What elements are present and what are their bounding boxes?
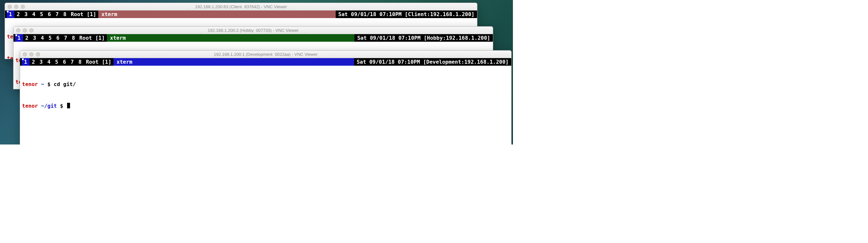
terminal-line: tenor ~ $ cd git/: [22, 81, 509, 88]
traffic-lights: [7, 5, 25, 9]
workspace-7[interactable]: 7: [62, 34, 70, 42]
window-count: [1]: [102, 58, 114, 66]
zoom-icon[interactable]: [21, 5, 25, 9]
workspace-5[interactable]: 5: [53, 58, 61, 66]
window-titlebar[interactable]: 192.168.1.200:2 (Hobby_007733) - VNC Vie…: [13, 27, 493, 34]
xterm-status-bar: 1 2 3 4 5 6 7 8 Root [1] xterm Sat 09/01…: [13, 34, 493, 42]
desktop-background: 192.168.1.200:63 (Client_837642) - VNC V…: [0, 0, 513, 144]
workspace-6[interactable]: 6: [45, 10, 53, 18]
workspace-2[interactable]: 2: [14, 10, 22, 18]
workspace-3[interactable]: 3: [22, 10, 30, 18]
workspace-root[interactable]: Root: [77, 34, 95, 42]
workspace-7[interactable]: 7: [53, 10, 61, 18]
clock-status: Sat 09/01/18 07:10PM [Development:192.16…: [354, 58, 511, 66]
titlebar-handle[interactable]: [200, 33, 306, 34]
window-title: 192.168.1.200:1 (Development_0022aa) - V…: [20, 52, 511, 57]
workspace-8[interactable]: 8: [76, 58, 84, 66]
workspace-7[interactable]: 7: [68, 58, 76, 66]
workspace-4[interactable]: 4: [38, 34, 46, 42]
terminal-line: tenor ~/git $: [22, 102, 509, 110]
workspace-root[interactable]: Root: [84, 58, 102, 66]
titlebar-handle[interactable]: [213, 57, 319, 58]
xterm-status-bar: 1 2 3 4 5 6 7 8 Root [1] xterm Sat 09/01…: [20, 58, 511, 66]
workspace-list: 1 2 3 4 5 6 7 8: [22, 58, 84, 66]
window-titlebar[interactable]: 192.168.1.200:1 (Development_0022aa) - V…: [20, 50, 511, 58]
workspace-8[interactable]: 8: [69, 34, 77, 42]
window-title: 192.168.1.200:2 (Hobby_007733) - VNC Vie…: [13, 28, 493, 33]
workspace-5[interactable]: 5: [38, 10, 46, 18]
active-app-label: xterm: [98, 10, 121, 18]
workspace-3[interactable]: 3: [37, 58, 45, 66]
xterm-status-bar: 1 2 3 4 5 6 7 8 Root [1] xterm Sat 09/01…: [5, 10, 477, 18]
vnc-window-development[interactable]: 192.168.1.200:1 (Development_0022aa) - V…: [20, 50, 512, 144]
workspace-root[interactable]: Root: [69, 10, 87, 18]
zoom-icon[interactable]: [36, 52, 40, 57]
cursor-icon: [67, 103, 70, 108]
workspace-4[interactable]: 4: [45, 58, 53, 66]
active-app-label: xterm: [114, 58, 136, 66]
workspace-1[interactable]: 1: [22, 58, 30, 66]
workspace-list: 1 2 3 4 5 6 7 8: [15, 34, 77, 42]
traffic-lights: [16, 28, 34, 33]
clock-status: Sat 09/01/18 07:10PM [Client:192.168.1.2…: [336, 10, 477, 18]
workspace-3[interactable]: 3: [31, 34, 38, 42]
window-count: [1]: [87, 10, 98, 18]
workspace-6[interactable]: 6: [61, 58, 68, 66]
close-icon[interactable]: [23, 52, 27, 57]
workspace-8[interactable]: 8: [61, 10, 69, 18]
workspace-6[interactable]: 6: [54, 34, 62, 42]
workspace-5[interactable]: 5: [46, 34, 54, 42]
titlebar-handle[interactable]: [188, 9, 294, 10]
workspace-1[interactable]: 1: [7, 10, 14, 18]
terminal-body[interactable]: tenor ~ $ cd git/ tenor ~/git $: [20, 66, 511, 133]
zoom-icon[interactable]: [29, 28, 34, 33]
close-icon[interactable]: [7, 5, 12, 9]
workspace-2[interactable]: 2: [23, 34, 31, 42]
minimize-icon[interactable]: [23, 28, 27, 33]
workspace-list: 1 2 3 4 5 6 7 8: [7, 10, 69, 18]
traffic-lights: [23, 52, 40, 57]
window-count: [1]: [95, 34, 107, 42]
active-app-label: xterm: [107, 34, 129, 42]
workspace-2[interactable]: 2: [30, 58, 37, 66]
minimize-icon[interactable]: [14, 5, 19, 9]
close-icon[interactable]: [16, 28, 20, 33]
window-title: 192.168.1.200:63 (Client_837642) - VNC V…: [5, 4, 477, 9]
workspace-4[interactable]: 4: [30, 10, 38, 18]
clock-status: Sat 09/01/18 07:10PM [Hobby:192.168.1.20…: [354, 34, 493, 42]
window-titlebar[interactable]: 192.168.1.200:63 (Client_837642) - VNC V…: [5, 3, 477, 10]
minimize-icon[interactable]: [29, 52, 34, 57]
workspace-1[interactable]: 1: [15, 34, 23, 42]
